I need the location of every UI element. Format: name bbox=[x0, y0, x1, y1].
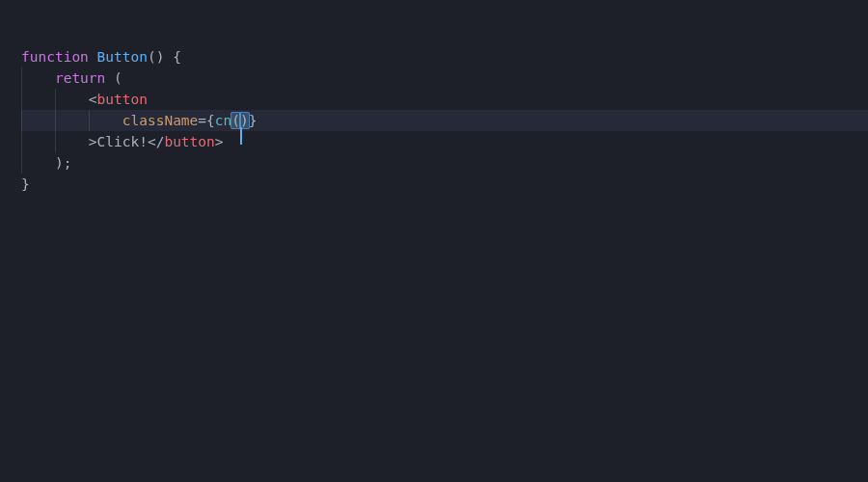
code-token: Button bbox=[97, 49, 148, 65]
indent-guide bbox=[89, 110, 90, 131]
code-token: className bbox=[122, 113, 199, 128]
code-line[interactable]: >Click!</button> bbox=[21, 131, 868, 152]
code-token bbox=[21, 113, 122, 128]
code-line[interactable]: <button bbox=[21, 89, 868, 110]
code-token: } bbox=[249, 113, 258, 128]
code-line[interactable]: ); bbox=[21, 152, 868, 174]
code-editor[interactable]: function Button() { return ( <button cla… bbox=[0, 0, 868, 195]
code-token: return bbox=[55, 70, 105, 86]
code-token: button bbox=[164, 134, 214, 149]
indent-guide bbox=[55, 110, 56, 131]
indent-guide bbox=[21, 110, 22, 131]
indent-guide bbox=[55, 131, 56, 152]
code-token: ={ bbox=[198, 113, 214, 128]
code-line[interactable]: function Button() { bbox=[21, 46, 868, 67]
code-token: button bbox=[97, 92, 148, 107]
indent-guide bbox=[21, 67, 22, 89]
code-token: ); bbox=[21, 155, 71, 171]
code-line[interactable]: } bbox=[21, 174, 868, 195]
code-token: < bbox=[21, 92, 97, 107]
code-line[interactable]: return ( bbox=[21, 67, 868, 89]
code-token: >Click!</ bbox=[21, 134, 164, 149]
code-token: function bbox=[21, 49, 89, 65]
code-line[interactable]: className={cn()} bbox=[21, 110, 868, 131]
code-token: ( bbox=[105, 70, 122, 86]
code-token: { bbox=[164, 49, 180, 65]
indent-guide bbox=[21, 89, 22, 110]
code-token: () bbox=[148, 49, 164, 65]
indent-guide bbox=[55, 89, 56, 110]
code-token: } bbox=[21, 176, 30, 192]
indent-guide bbox=[21, 152, 22, 174]
code-token bbox=[21, 70, 55, 86]
text-cursor bbox=[240, 127, 242, 145]
code-token: > bbox=[215, 134, 224, 149]
code-token bbox=[89, 49, 97, 65]
code-token: cn bbox=[215, 113, 231, 128]
indent-guide bbox=[21, 131, 22, 152]
